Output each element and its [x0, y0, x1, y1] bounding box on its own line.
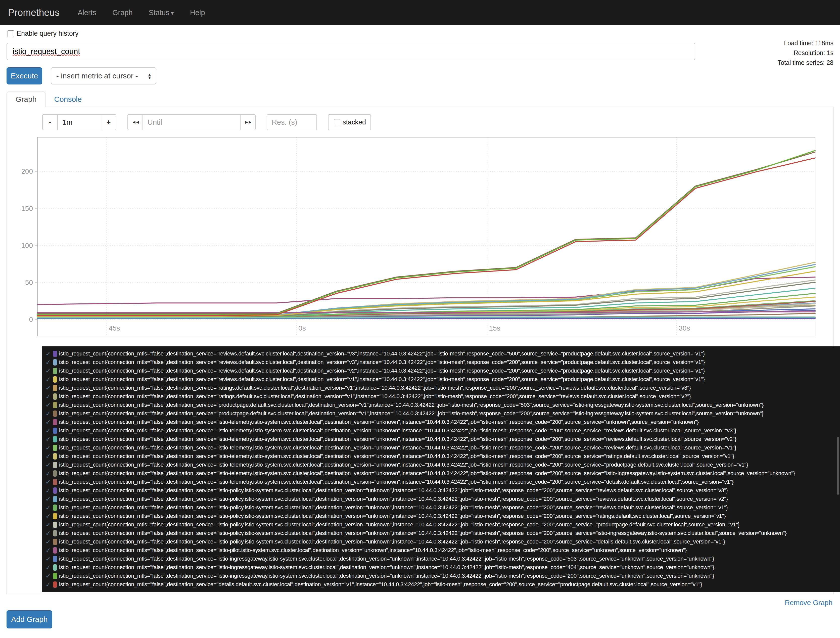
query-history-label: Enable query history [17, 30, 79, 38]
series-visible-check-icon: ✓ [46, 470, 53, 477]
series-color-swatch [53, 573, 57, 579]
execute-button[interactable]: Execute [6, 67, 42, 84]
series-color-swatch [53, 376, 57, 382]
series-label: istio_request_count{connection_mtls="fal… [59, 581, 702, 588]
series-color-swatch [53, 513, 57, 520]
series-label: istio_request_count{connection_mtls="fal… [59, 547, 687, 554]
series-visible-check-icon: ✓ [46, 572, 53, 580]
legend-row[interactable]: ✓istio_request_count{connection_mtls="fa… [46, 580, 840, 589]
legend-row[interactable]: ✓istio_request_count{connection_mtls="fa… [46, 503, 840, 512]
nav-item-alerts[interactable]: Alerts [69, 9, 104, 17]
legend-row[interactable]: ✓istio_request_count{connection_mtls="fa… [46, 418, 840, 426]
rewind-icon[interactable]: ◄◄ [128, 114, 143, 130]
legend-row[interactable]: ✓istio_request_count{connection_mtls="fa… [46, 529, 840, 537]
series-label: istio_request_count{connection_mtls="fal… [59, 453, 734, 460]
brand-prometheus[interactable]: Prometheus [8, 7, 60, 18]
legend-scrollbar[interactable] [837, 437, 839, 495]
legend: ✓istio_request_count{connection_mtls="fa… [42, 346, 840, 592]
legend-row[interactable]: ✓istio_request_count{connection_mtls="fa… [46, 358, 840, 366]
series-color-swatch [53, 428, 57, 434]
legend-row[interactable]: ✓istio_request_count{connection_mtls="fa… [46, 452, 840, 461]
series-color-swatch [53, 539, 57, 545]
fast-forward-icon[interactable]: ►► [240, 114, 256, 130]
series-label: istio_request_count{connection_mtls="fal… [59, 539, 725, 545]
time-series-chart[interactable]: 05010015020045s0s15s30s [22, 136, 816, 338]
until-input[interactable]: Until [142, 114, 240, 130]
series-label: istio_request_count{connection_mtls="fal… [59, 573, 714, 579]
prometheus-page: Prometheus Alerts Graph Status▾ Help Ena… [0, 0, 840, 638]
series-label: istio_request_count{connection_mtls="fal… [59, 351, 705, 357]
series-color-swatch [53, 564, 57, 571]
range-input[interactable]: 1m [57, 114, 101, 130]
stacked-toggle-button[interactable]: stacked [328, 114, 371, 130]
legend-row[interactable]: ✓istio_request_count{connection_mtls="fa… [46, 469, 840, 478]
series-color-swatch [53, 402, 57, 408]
legend-row[interactable]: ✓istio_request_count{connection_mtls="fa… [46, 537, 840, 546]
resolution-input[interactable]: Res. (s) [267, 114, 317, 130]
legend-row[interactable]: ✓istio_request_count{connection_mtls="fa… [46, 384, 840, 392]
nav-item-help[interactable]: Help [182, 9, 213, 17]
legend-row[interactable]: ✓istio_request_count{connection_mtls="fa… [46, 366, 840, 375]
insert-metric-select[interactable]: - insert metric at cursor - ▴▾ [51, 67, 156, 84]
legend-row[interactable]: ✓istio_request_count{connection_mtls="fa… [46, 520, 840, 529]
graph-controls: - 1m + ◄◄ Until ►► Res. (s) stacked [42, 114, 371, 130]
legend-row[interactable]: ✓istio_request_count{connection_mtls="fa… [46, 444, 840, 452]
series-color-swatch [53, 368, 57, 374]
svg-text:50: 50 [25, 278, 33, 286]
svg-text:0: 0 [29, 316, 33, 323]
series-label: istio_request_count{connection_mtls="fal… [59, 496, 728, 502]
query-history-toggle[interactable]: Enable query history [8, 30, 79, 38]
series-visible-check-icon: ✓ [46, 547, 53, 554]
series-visible-check-icon: ✓ [46, 410, 53, 417]
legend-row[interactable]: ✓istio_request_count{connection_mtls="fa… [46, 563, 840, 572]
legend-row[interactable]: ✓istio_request_count{connection_mtls="fa… [46, 435, 840, 444]
series-color-swatch [53, 351, 57, 357]
stacked-checkbox[interactable] [334, 119, 340, 125]
chevron-down-icon: ▾ [171, 9, 174, 16]
series-label: istio_request_count{connection_mtls="fal… [59, 504, 728, 511]
legend-row[interactable]: ✓istio_request_count{connection_mtls="fa… [46, 426, 840, 435]
add-graph-button[interactable]: Add Graph [6, 610, 52, 629]
series-visible-check-icon: ✓ [46, 367, 53, 374]
nav-item-graph[interactable]: Graph [104, 9, 141, 17]
legend-row[interactable]: ✓istio_request_count{connection_mtls="fa… [46, 478, 840, 486]
legend-row[interactable]: ✓istio_request_count{connection_mtls="fa… [46, 392, 840, 401]
legend-row[interactable]: ✓istio_request_count{connection_mtls="fa… [46, 495, 840, 503]
series-visible-check-icon: ✓ [46, 359, 53, 366]
series-visible-check-icon: ✓ [46, 513, 53, 520]
series-visible-check-icon: ✓ [46, 444, 53, 452]
svg-text:30s: 30s [679, 324, 690, 332]
tab-graph[interactable]: Graph [6, 92, 46, 107]
range-decrease-button[interactable]: - [42, 114, 58, 130]
top-navbar: Prometheus Alerts Graph Status▾ Help [0, 0, 840, 25]
legend-row[interactable]: ✓istio_request_count{connection_mtls="fa… [46, 461, 840, 469]
query-history-checkbox[interactable] [8, 30, 14, 37]
expression-input[interactable]: istio_request_count [6, 43, 695, 60]
legend-row[interactable]: ✓istio_request_count{connection_mtls="fa… [46, 486, 840, 495]
nav-item-status[interactable]: Status▾ [141, 9, 182, 17]
legend-row[interactable]: ✓istio_request_count{connection_mtls="fa… [46, 409, 840, 418]
series-label: istio_request_count{connection_mtls="fal… [59, 359, 705, 365]
range-increase-button[interactable]: + [101, 114, 116, 130]
remove-graph-link[interactable]: Remove Graph [785, 599, 832, 607]
series-color-swatch [53, 393, 57, 400]
legend-row[interactable]: ✓istio_request_count{connection_mtls="fa… [46, 554, 840, 563]
series-label: istio_request_count{connection_mtls="fal… [59, 419, 699, 425]
legend-row[interactable]: ✓istio_request_count{connection_mtls="fa… [46, 512, 840, 520]
legend-row[interactable]: ✓istio_request_count{connection_mtls="fa… [46, 572, 840, 580]
tab-console[interactable]: Console [46, 92, 90, 107]
series-label: istio_request_count{connection_mtls="fal… [59, 376, 705, 382]
series-label: istio_request_count{connection_mtls="fal… [59, 478, 734, 485]
legend-row[interactable]: ✓istio_request_count{connection_mtls="fa… [46, 401, 840, 409]
series-visible-check-icon: ✓ [46, 530, 53, 537]
series-label: istio_request_count{connection_mtls="fal… [59, 556, 714, 562]
series-color-swatch [53, 581, 57, 588]
load-time: Load time: 118ms [778, 38, 834, 48]
legend-row[interactable]: ✓istio_request_count{connection_mtls="fa… [46, 349, 840, 358]
series-color-swatch [53, 487, 57, 494]
legend-row[interactable]: ✓istio_request_count{connection_mtls="fa… [46, 546, 840, 554]
svg-text:0s: 0s [298, 324, 306, 332]
svg-text:150: 150 [22, 205, 33, 212]
series-label: istio_request_count{connection_mtls="fal… [59, 444, 736, 451]
legend-row[interactable]: ✓istio_request_count{connection_mtls="fa… [46, 375, 840, 384]
